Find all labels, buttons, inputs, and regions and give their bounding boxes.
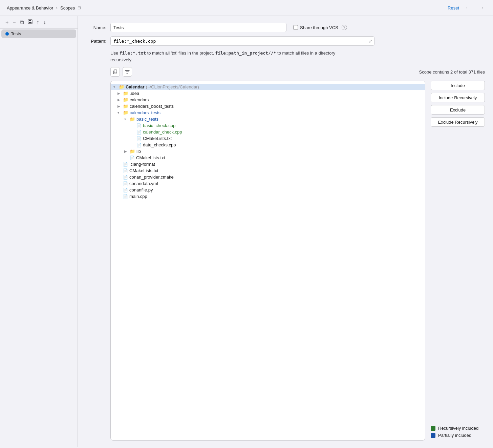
expand-icon[interactable]: ⤢ [368,38,372,44]
sidebar-item-tests[interactable]: Tests [1,29,76,38]
node-label-main-cpp: main.cpp [129,194,147,199]
folder-icon: 📁 [130,117,135,122]
chevron-icon: ▶ [117,91,122,95]
tree-node-cmakelists-tests[interactable]: ▶ 📄 CMakeLists.txt [111,155,425,161]
include-button[interactable]: Include [431,81,485,90]
exclude-button[interactable]: Exclude [431,105,485,115]
file-icon: 📄 [123,188,128,192]
folder-icon: 📁 [130,149,135,154]
tree-node-basic-tests[interactable]: ▾ 📁 basic_tests [111,116,425,122]
tree-node-date-checks-cpp[interactable]: ▶ 📄 date_checks.cpp [111,142,425,148]
tree-node-main-cpp[interactable]: ▶ 📄 main.cpp [111,193,425,200]
hint-text: Use file:*.txt to match all 'txt' files … [110,50,354,63]
tree-node-conan-provider[interactable]: ▶ 📄 conan_provider.cmake [111,174,425,180]
node-label-root: Calendar [126,84,145,89]
exclude-recursively-button[interactable]: Exclude Recursively [431,117,485,127]
pattern-input[interactable] [110,36,374,46]
tree-node-clang-format[interactable]: ▶ 📄 .clang-format [111,161,425,167]
folder-icon: 📁 [123,110,128,115]
vcs-row: Share through VCS ? [293,25,347,30]
vcs-help-icon[interactable]: ? [342,25,347,30]
node-path-root: (~/CLionProjects/Calendar) [146,84,199,89]
hint-code1: file:*.txt [120,50,146,56]
node-label-calendars-boost-tests: calendars_boost_tests [130,104,174,109]
legend-label-recursively-included: Recursively included [438,426,478,431]
reset-button[interactable]: Reset [448,5,459,11]
file-icon: 📄 [136,143,142,147]
folder-icon: 📁 [123,97,128,102]
filter-toolbar: Scope contains 2 of total 371 files [110,67,485,77]
copy-scope-button[interactable]: ⧉ [19,19,25,26]
scope-info: Scope contains 2 of total 371 files [419,69,485,75]
pattern-label: Pattern: [86,39,106,44]
node-label-basic-check-cpp: basic_check.cpp [143,123,175,128]
header: Appearance & Behavior › Scopes ⊟ Reset ←… [0,0,493,16]
tree-node-conandata[interactable]: ▶ 📄 conandata.yml [111,180,425,187]
legend-partially-included: Partially included [431,433,485,438]
file-icon: 📄 [123,168,128,173]
node-label-calendars: calendars [130,97,149,102]
tree-node-idea[interactable]: ▶ 📁 .idea [111,90,425,97]
node-label-calendars-tests: calendars_tests [130,110,160,115]
legend-color-blue [431,433,435,438]
node-label-basic-tests: basic_tests [136,117,158,122]
legend-color-green [431,426,435,431]
tree-node-conanfile[interactable]: ▶ 📄 conanfile.py [111,187,425,193]
node-label-conanfile: conanfile.py [129,187,153,192]
hint-before: Use [110,50,120,56]
tree-node-calendar-check-cpp[interactable]: ▶ 📄 calendar_check.cpp [111,129,425,135]
include-recursively-button[interactable]: Include Recursively [431,93,485,102]
file-icon: 📄 [123,181,128,186]
filter-button[interactable] [123,67,132,77]
copy-filter-button[interactable] [110,67,120,77]
chevron-icon: ▶ [117,98,122,102]
chevron-icon: ▾ [113,85,117,89]
node-label-date-checks-cpp: date_checks.cpp [143,142,176,147]
tree-node-calendars-tests[interactable]: ▾ 📁 calendars_tests [111,109,425,116]
filter-icons [110,67,132,77]
tree-node-root[interactable]: ▾ 📁 Calendar (~/CLionProjects/Calendar) [111,84,425,90]
nav-back-button[interactable]: ← [463,4,473,12]
tree-node-calendars[interactable]: ▶ 📁 calendars [111,97,425,103]
hint-code2: file:path_in_project//* [215,50,276,56]
tree-node-cmakelists-basic[interactable]: ▶ 📄 CMakeLists.txt [111,135,425,142]
pattern-row: Pattern: ⤢ [86,36,485,46]
chevron-icon: ▾ [124,117,128,121]
folder-icon: 📁 [123,91,128,96]
tree-node-cmakelists-root[interactable]: ▶ 📄 CMakeLists.txt [111,167,425,174]
vcs-label: Share through VCS [300,25,338,30]
nav-forward-button[interactable]: → [477,4,486,12]
main-layout: + − ⧉ ↑ ↓ Tests Name: Sha [0,16,493,447]
name-input[interactable] [110,23,286,32]
name-label: Name: [86,25,106,30]
remove-scope-button[interactable]: − [11,19,17,26]
move-up-button[interactable]: ↑ [35,19,41,26]
sidebar-item-label: Tests [11,31,21,36]
vcs-checkbox[interactable] [293,25,298,30]
hint-mid: to match all 'txt' files in the project, [146,50,215,56]
header-actions: Reset ← → [448,4,486,12]
action-buttons-panel: Include Include Recursively Exclude Excl… [431,81,485,441]
svg-rect-1 [29,20,31,21]
node-label-clang-format: .clang-format [129,162,155,167]
node-label-cmakelists-tests: CMakeLists.txt [136,155,165,160]
save-scope-button[interactable] [26,19,34,26]
node-label-lib: lib [136,149,141,154]
svg-rect-4 [114,70,117,73]
tree-node-basic-check-cpp[interactable]: ▶ 📄 basic_check.cpp [111,122,425,129]
add-scope-button[interactable]: + [4,19,10,26]
folder-icon: 📁 [123,104,128,109]
node-label-calendar-check-cpp: calendar_check.cpp [143,129,182,135]
chevron-icon: ▾ [117,111,122,115]
file-tree[interactable]: ▾ 📁 Calendar (~/CLionProjects/Calendar) … [110,81,425,441]
breadcrumb-separator: › [56,5,58,11]
sidebar: + − ⧉ ↑ ↓ Tests [0,16,78,447]
tree-node-lib[interactable]: ▶ 📁 lib [111,148,425,155]
pattern-container: ⤢ [110,36,374,46]
tree-node-calendars-boost-tests[interactable]: ▶ 📁 calendars_boost_tests [111,103,425,109]
sidebar-toolbar: + − ⧉ ↑ ↓ [0,16,78,29]
scope-dot-icon [5,32,9,36]
node-label-cmakelists-root: CMakeLists.txt [129,168,158,173]
move-down-button[interactable]: ↓ [42,19,47,26]
legend-recursively-included: Recursively included [431,426,485,431]
